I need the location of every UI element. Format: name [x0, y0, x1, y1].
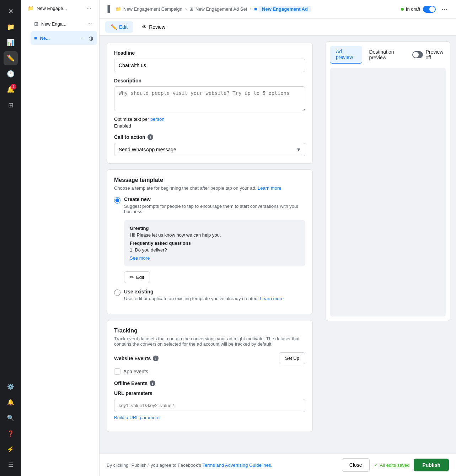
ad-preview-tab[interactable]: Ad preview	[330, 46, 362, 64]
lightning-icon[interactable]: ⚡	[4, 442, 18, 456]
saved-text-label: All edits saved	[380, 463, 410, 468]
message-template-title: Message template	[114, 177, 305, 183]
status-dot	[401, 8, 404, 11]
top-bar-more-icon[interactable]: ···	[439, 4, 450, 15]
tracking-section: Tracking Track event datasets that conta…	[107, 320, 313, 432]
template-card: Greeting Hi! Please let us know how we c…	[124, 220, 305, 266]
message-learn-more-link[interactable]: Learn more	[258, 185, 281, 191]
app-events-checkbox[interactable]	[114, 368, 120, 375]
template-edit-button[interactable]: ✏ Edit	[124, 271, 150, 283]
see-more-link[interactable]: See more	[130, 255, 300, 261]
sidebar-item-ad[interactable]: ■ Ne... ··· ◑	[31, 31, 97, 45]
form-panel: Headline Description Optimize text per p…	[100, 36, 320, 454]
pencil-edit-icon: ✏	[130, 275, 134, 280]
description-label: Description	[114, 78, 305, 83]
build-url-link[interactable]: Build a URL parameter	[114, 415, 161, 420]
url-params-label: URL parameters	[114, 390, 305, 396]
search-icon[interactable]: 🔍	[4, 411, 18, 425]
notification-icon[interactable]: 🔔 4	[4, 82, 18, 97]
headline-section: Headline Description Optimize text per p…	[107, 43, 313, 164]
sidebar-item-campaign[interactable]: 📁 New Engage... ···	[23, 1, 97, 16]
breadcrumb-ad-icon: ■	[254, 6, 257, 12]
message-template-desc: Choose a template for beginning the chat…	[114, 185, 305, 191]
breadcrumb-campaign-label[interactable]: New Engagement Campaign	[123, 6, 182, 12]
edit-tab[interactable]: ✏️ Edit	[105, 21, 133, 33]
panel-toggle-icon[interactable]: ▐	[105, 5, 110, 13]
url-params-input[interactable]	[114, 399, 305, 412]
create-new-title: Create new	[124, 196, 305, 202]
website-events-label: Website Events i	[114, 356, 159, 361]
campaign-folder-icon: 📁	[28, 5, 34, 11]
use-existing-option: Use existing Use, edit or duplicate an e…	[114, 289, 305, 301]
ad-dots-icon[interactable]: ···	[80, 34, 87, 42]
adset-icon: ⊞	[34, 21, 38, 27]
tracking-title: Tracking	[114, 328, 305, 334]
use-existing-learn-more-link[interactable]: Learn more	[260, 296, 284, 301]
preview-toggle[interactable]	[412, 51, 423, 58]
preview-tabs-container: Ad preview Destination preview Preview o…	[326, 41, 450, 321]
draft-toggle[interactable]	[423, 6, 436, 13]
greeting-body: Hi! Please let us know how we can help y…	[130, 232, 300, 238]
tracking-desc: Track event datasets that contain the co…	[114, 336, 305, 347]
create-new-radio[interactable]	[114, 197, 120, 204]
action-bar: ✏️ Edit 👁 Review	[100, 18, 456, 36]
help-circle-icon[interactable]: ❓	[4, 426, 18, 440]
close-sidebar-icon[interactable]: ✕	[4, 4, 18, 18]
headline-input[interactable]	[114, 59, 305, 72]
create-new-label: Create new Suggest prompts for people to…	[124, 196, 305, 214]
sidebar-item-adset[interactable]: ⊞ New Enga... ···	[31, 17, 97, 31]
ad-toggle-icon[interactable]: ◑	[88, 35, 93, 42]
description-input[interactable]	[114, 86, 305, 111]
breadcrumb-ad[interactable]: ■ New Engagement Ad	[254, 6, 311, 12]
enabled-text: Enabled	[114, 123, 305, 129]
review-tab[interactable]: 👁 Review	[136, 21, 171, 33]
campaign-dots-icon[interactable]: ···	[85, 4, 93, 12]
adset-label: New Enga...	[41, 21, 66, 27]
clock-icon[interactable]: 🕐	[4, 67, 18, 81]
list-icon[interactable]: ☰	[4, 458, 18, 472]
cta-select[interactable]: Send WhatsApp message Learn More Sign Up…	[114, 143, 305, 156]
preview-off-label: Preview off	[426, 49, 446, 60]
edit-tab-label: Edit	[119, 24, 128, 30]
breadcrumb-arrow-1: ›	[185, 7, 187, 12]
breadcrumb-arrow-2: ›	[250, 7, 251, 12]
terms-link[interactable]: Terms and Advertising Guidelines.	[202, 463, 272, 468]
use-existing-title: Use existing	[124, 289, 284, 294]
ad-icon: ■	[34, 35, 37, 41]
breadcrumb-adset[interactable]: ⊞ New Engagement Ad Set	[189, 6, 247, 12]
offline-events-info-icon[interactable]: i	[150, 380, 155, 386]
preview-toggle-knob	[413, 52, 419, 58]
url-params-section: URL parameters Build a URL parameter	[114, 390, 305, 420]
grid-icon[interactable]: ⊞	[4, 98, 18, 112]
website-events-info-icon[interactable]: i	[153, 356, 159, 361]
use-existing-radio[interactable]	[114, 290, 120, 296]
bottom-bar: By clicking "Publish," you agree to Face…	[100, 454, 456, 476]
use-existing-label: Use existing Use, edit or duplicate an e…	[124, 289, 284, 301]
chart-bar-icon[interactable]: 📊	[4, 36, 18, 50]
use-existing-desc: Use, edit or duplicate an existing templ…	[124, 296, 284, 301]
bell-icon[interactable]: 🔔	[4, 395, 18, 409]
preview-content-area	[330, 68, 446, 317]
create-new-option: Create new Suggest prompts for people to…	[114, 196, 305, 214]
close-button[interactable]: Close	[342, 458, 370, 472]
breadcrumb-campaign[interactable]: 📁 New Engagement Campaign	[116, 6, 182, 12]
status-text: In draft	[406, 6, 420, 12]
breadcrumb-adset-label[interactable]: New Engagement Ad Set	[195, 6, 247, 12]
edit-pencil-icon[interactable]: ✏️	[4, 51, 18, 65]
breadcrumb-ad-label[interactable]: New Engagement Ad	[259, 6, 311, 12]
optimize-person-link[interactable]: person	[150, 117, 165, 122]
faq-title: Frequently asked questions	[130, 240, 300, 246]
gear-icon[interactable]: ⚙️	[4, 379, 18, 394]
folder-icon[interactable]: 📁	[4, 20, 18, 34]
cta-info-icon[interactable]: i	[147, 134, 153, 140]
review-tab-label: Review	[149, 24, 165, 30]
setup-button[interactable]: Set Up	[279, 352, 305, 364]
offline-events: Offline Events i	[114, 380, 305, 386]
destination-preview-tab[interactable]: Destination preview	[364, 46, 411, 63]
publish-button[interactable]: Publish	[414, 459, 449, 471]
app-events-row: App events	[114, 368, 305, 375]
notification-badge: 4	[11, 84, 16, 90]
cta-select-wrapper: Send WhatsApp message Learn More Sign Up…	[114, 143, 305, 156]
offline-events-label: Offline Events i	[114, 380, 305, 386]
adset-dots-icon[interactable]: ···	[86, 20, 93, 28]
